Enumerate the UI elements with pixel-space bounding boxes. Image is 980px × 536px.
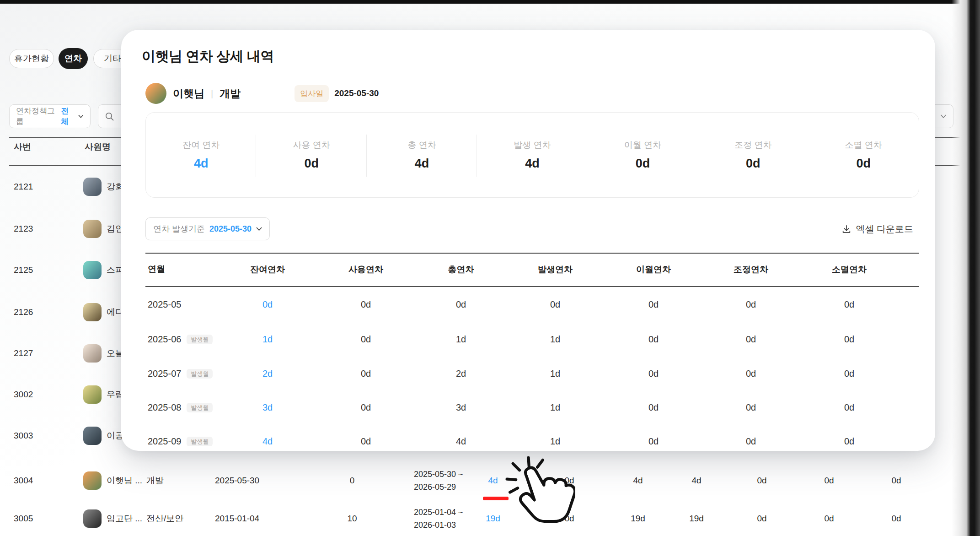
expired-days: 0d xyxy=(844,367,854,380)
table-divider xyxy=(145,253,919,254)
column-header: 연월 xyxy=(148,263,165,276)
column-header: 소멸연차 xyxy=(832,263,867,276)
column-header: 잔여연차 xyxy=(250,263,285,276)
join-date-badge: 입사일 xyxy=(295,85,329,102)
employee-id: 2126 xyxy=(14,303,33,321)
page-curl-edge xyxy=(952,0,980,536)
employee-dept: 전산/보안 xyxy=(146,509,183,528)
month-label: 2025-06 xyxy=(148,332,181,346)
used-days: 0d xyxy=(361,332,371,346)
accrual-month-badge: 발생월 xyxy=(187,403,213,412)
expired-days: 0d xyxy=(844,401,854,414)
period-start: 2025-05-30 ~ xyxy=(414,470,463,479)
employee-id: 2125 xyxy=(14,261,33,279)
table-divider xyxy=(145,286,919,287)
accrued-days: 4d xyxy=(691,471,701,490)
summary-value: 0d xyxy=(809,157,919,171)
adjusted-days: 0d xyxy=(746,434,756,448)
remaining-days: 0d xyxy=(262,298,273,311)
summary-value: 0d xyxy=(588,157,698,171)
tab-annual-leave[interactable]: 연차 xyxy=(59,48,88,69)
summary-label: 사용 연차 xyxy=(256,139,366,151)
divider: | xyxy=(211,88,213,99)
page-top-border xyxy=(0,0,980,4)
summary-accrued: 발생 연차 4d xyxy=(477,113,587,197)
total-days: 1d xyxy=(456,332,466,346)
total-days: 4d xyxy=(456,434,466,448)
total-days: 0d xyxy=(456,298,466,311)
avatar xyxy=(83,220,102,238)
chevron-down-icon xyxy=(940,114,947,119)
total-days: 4d xyxy=(633,471,643,490)
period-end: 2026-05-29 xyxy=(414,482,456,492)
accrual-basis-select[interactable]: 연차 발생기준 2025-05-30 xyxy=(145,217,270,240)
adjusted-days: 0d xyxy=(746,298,756,311)
accrual-basis-value: 2025-05-30 xyxy=(209,224,252,234)
summary-adjusted: 조정 연차 0d xyxy=(698,113,808,197)
avatar xyxy=(83,303,102,321)
column-header: 총연차 xyxy=(448,263,474,276)
policy-group-select[interactable]: 연차정책그룹 전체 xyxy=(9,104,91,128)
column-header: 조정연차 xyxy=(734,263,768,276)
avatar xyxy=(83,509,102,528)
remaining-days-link[interactable]: 19d xyxy=(486,509,500,528)
month-row: 2025-07발생월 2d 0d 2d 1d 0d 0d 0d xyxy=(121,367,935,380)
column-header: 사용연차 xyxy=(348,263,383,276)
employee-name: 이햇님 ... xyxy=(107,471,142,490)
used-days: 0d xyxy=(361,434,371,448)
summary-label: 총 연차 xyxy=(367,139,477,151)
remaining-days: 2d xyxy=(262,367,273,380)
summary-label: 이월 연차 xyxy=(588,139,698,151)
employee-dept: 개발 xyxy=(146,471,164,490)
column-header: 발생연차 xyxy=(538,263,573,276)
employee-join-date: 2025-05-30 xyxy=(215,471,259,490)
month-row: 2025-06발생월 1d 0d 1d 1d 0d 0d 0d xyxy=(121,332,935,346)
used-days: 0d xyxy=(361,367,371,380)
tab-label: 연차 xyxy=(64,53,82,65)
avatar xyxy=(83,385,102,404)
employee-name: 임고단 ... xyxy=(107,509,142,528)
adjusted-days: 0d xyxy=(746,332,756,346)
join-date-value: 2025-05-30 xyxy=(334,88,379,98)
leave-summary-card: 잔여 연차 4d 사용 연차 0d 총 연차 4d 발생 연차 4d 이월 연차… xyxy=(145,112,919,198)
employee-id: 3004 xyxy=(14,471,33,490)
summary-used: 사용 연차 0d xyxy=(256,113,366,197)
remaining-days: 1d xyxy=(262,332,273,346)
month-row: 2025-05 0d 0d 0d 0d 0d 0d 0d xyxy=(121,298,935,311)
expired-days: 0d xyxy=(891,471,901,490)
excel-download-button[interactable]: 엑셀 다운로드 xyxy=(841,223,913,235)
policy-group-label: 연차정책그룹 xyxy=(16,106,57,127)
employee-id: 2123 xyxy=(14,220,33,238)
period-start: 2025-01-04 ~ xyxy=(414,508,463,517)
leave-detail-modal: 이햇님 연차 상세 내역 이햇님 | 개발 입사일 2025-05-30 잔여 … xyxy=(121,30,935,451)
modal-table-header: 연월 잔여연차 사용연차 총연차 발생연차 이월연차 조정연차 소멸연차 xyxy=(121,263,935,276)
accrued-days: 1d xyxy=(550,401,560,414)
accrued-days: 0d xyxy=(550,298,560,311)
accrued-days: 19d xyxy=(689,509,704,528)
month-label: 2025-07 xyxy=(148,367,181,380)
summary-value: 4d xyxy=(146,157,256,171)
adjusted-days: 0d xyxy=(746,367,756,380)
month-row: 2025-08발생월 3d 0d 3d 1d 0d 0d 0d xyxy=(121,401,935,414)
search-icon xyxy=(105,112,114,121)
summary-expired: 소멸 연차 0d xyxy=(809,113,919,197)
expired-days: 0d xyxy=(844,434,854,448)
remaining-days: 4d xyxy=(262,434,273,448)
modal-title: 이햇님 연차 상세 내역 xyxy=(142,47,274,66)
month-label: 2025-08 xyxy=(148,401,181,414)
column-header: 이월연차 xyxy=(636,263,671,276)
summary-label: 소멸 연차 xyxy=(809,139,919,151)
adjusted-days: 0d xyxy=(824,471,834,490)
total-days: 2d xyxy=(456,367,466,380)
summary-value: 0d xyxy=(698,157,808,171)
remaining-days-link[interactable]: 4d xyxy=(488,471,498,490)
table-row[interactable]: 3005 임고단 ... 전산/보안 2015-01-04 10 2025-01… xyxy=(0,509,963,528)
total-days: 3d xyxy=(456,401,466,414)
month-label: 2025-05 xyxy=(148,298,181,311)
leave-period: 2025-05-30 ~ 2026-05-29 xyxy=(414,468,463,493)
tab-label: 휴가현황 xyxy=(14,53,49,65)
summary-label: 발생 연차 xyxy=(477,139,587,151)
table-row[interactable]: 3004 이햇님 ... 개발 2025-05-30 0 2025-05-30 … xyxy=(0,471,963,490)
period-end: 2026-01-03 xyxy=(414,520,456,530)
tab-vacation-status[interactable]: 휴가현황 xyxy=(9,49,54,68)
